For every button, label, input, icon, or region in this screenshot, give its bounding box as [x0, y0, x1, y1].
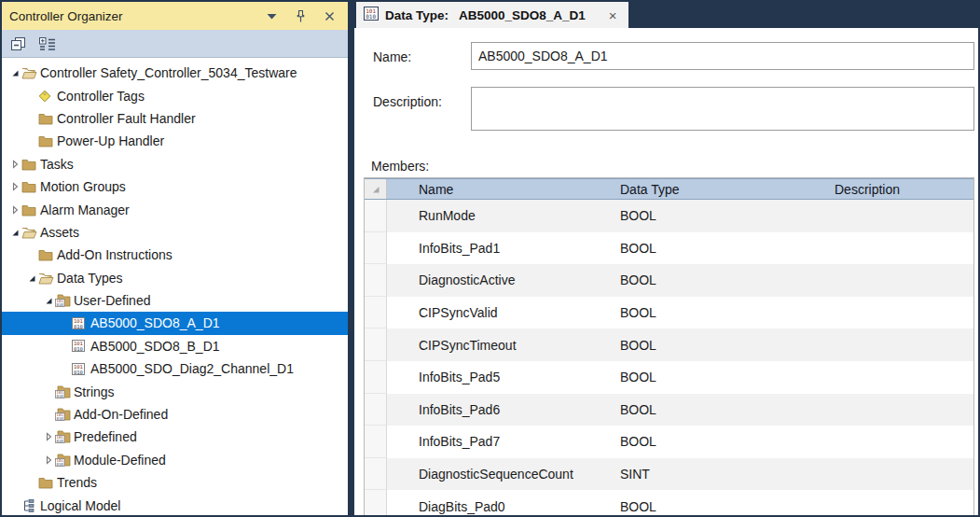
tree-item[interactable]: Controller Safety_Controller_5034_Testwa…: [2, 62, 348, 84]
tree-item[interactable]: 101010Module-Defined: [2, 449, 348, 471]
row-selector[interactable]: [365, 490, 387, 515]
member-name-cell[interactable]: InfoBits_Pad6: [387, 394, 613, 426]
row-selector[interactable]: [365, 232, 387, 265]
member-name-cell[interactable]: InfoBits_Pad5: [387, 361, 613, 394]
close-icon[interactable]: [322, 8, 337, 23]
table-row[interactable]: InfoBits_Pad6BOOL: [365, 394, 973, 426]
name-input[interactable]: [471, 42, 974, 70]
row-selector[interactable]: [365, 328, 387, 361]
collapse-all-icon[interactable]: [8, 34, 29, 54]
tag-icon: [38, 90, 55, 103]
table-row[interactable]: DiagnosticSequenceCountSINT: [365, 458, 973, 491]
table-row[interactable]: DiagBits_Pad0BOOL: [365, 490, 973, 515]
member-description-cell[interactable]: [827, 232, 973, 265]
table-row[interactable]: InfoBits_Pad7BOOL: [365, 426, 973, 458]
row-selector[interactable]: [365, 458, 387, 491]
expand-arrow-icon[interactable]: [7, 159, 21, 170]
new-component-icon[interactable]: [36, 34, 57, 54]
tree-item[interactable]: Logical Model: [2, 494, 348, 515]
tab-close-icon[interactable]: ×: [609, 8, 617, 22]
member-name-cell[interactable]: DiagnosticActive: [387, 264, 613, 297]
collapse-arrow-icon[interactable]: [7, 227, 21, 238]
member-name-cell[interactable]: DiagBits_Pad0: [387, 490, 613, 515]
tree-item[interactable]: 101010AB5000_SDO_Diag2_Channel_D1: [2, 357, 348, 380]
member-name-cell[interactable]: DiagnosticSequenceCount: [387, 458, 613, 491]
tree-item-label: Add-On-Defined: [72, 407, 168, 422]
expand-arrow-icon[interactable]: [7, 204, 21, 216]
tree-item[interactable]: 101010Predefined: [2, 426, 348, 448]
tab-data-type[interactable]: 101010 Data Type: AB5000_SDO8_A_D1 ×: [356, 2, 628, 28]
row-selector[interactable]: [365, 200, 387, 232]
table-row[interactable]: CIPSyncValidBOOL: [365, 297, 973, 329]
row-selector[interactable]: [365, 426, 387, 458]
tree-item[interactable]: Power-Up Handler: [2, 130, 348, 152]
tree-item[interactable]: 101010AB5000_SDO8_A_D1: [2, 312, 348, 334]
member-data-type-cell[interactable]: BOOL: [613, 394, 827, 426]
column-header-data-type[interactable]: Data Type: [613, 179, 827, 199]
member-data-type-cell[interactable]: BOOL: [613, 200, 827, 232]
pin-icon[interactable]: [293, 8, 308, 23]
column-header-name[interactable]: Name: [387, 179, 613, 199]
tree-item[interactable]: Assets: [2, 221, 348, 244]
table-row[interactable]: InfoBits_Pad1BOOL: [365, 232, 973, 265]
member-description-cell[interactable]: [827, 200, 973, 232]
member-description-cell[interactable]: [827, 297, 973, 329]
collapse-arrow-icon[interactable]: [41, 295, 55, 306]
member-data-type-cell[interactable]: SINT: [613, 458, 827, 491]
member-description-cell[interactable]: [827, 426, 973, 458]
member-description-cell[interactable]: [827, 394, 973, 426]
row-selector[interactable]: [365, 394, 387, 426]
expand-arrow-icon[interactable]: [41, 431, 55, 442]
member-name-cell[interactable]: CIPSyncValid: [387, 297, 613, 329]
svg-text:010: 010: [74, 369, 83, 374]
tree-item[interactable]: Trends: [2, 471, 348, 494]
collapse-arrow-icon[interactable]: [7, 67, 21, 78]
tree-item[interactable]: Motion Groups: [2, 175, 348, 198]
member-description-cell[interactable]: [827, 264, 973, 297]
row-selector[interactable]: [365, 297, 387, 329]
member-name-cell[interactable]: RunMode: [387, 200, 613, 232]
window-position-icon[interactable]: [264, 8, 279, 23]
select-all-corner[interactable]: [365, 179, 387, 199]
tree-item[interactable]: 101010AB5000_SDO8_B_D1: [2, 335, 348, 357]
tree-item[interactable]: Data Types: [2, 267, 348, 289]
panel-titlebar[interactable]: Controller Organizer: [2, 2, 348, 30]
description-input[interactable]: [471, 87, 974, 131]
panel-title: Controller Organizer: [9, 9, 264, 23]
member-data-type-cell[interactable]: BOOL: [613, 490, 827, 515]
members-table-header: Name Data Type Description: [365, 178, 973, 200]
tree-item[interactable]: 101010Add-On-Defined: [2, 403, 348, 426]
member-name-cell[interactable]: CIPSyncTimeout: [387, 328, 613, 361]
tree-item[interactable]: Controller Tags: [2, 84, 348, 106]
expand-arrow-icon[interactable]: [41, 454, 55, 466]
tree-item[interactable]: 101010User-Defined: [2, 289, 348, 312]
tree-item-label: Assets: [38, 225, 79, 240]
member-description-cell[interactable]: [827, 458, 973, 491]
member-data-type-cell[interactable]: BOOL: [613, 264, 827, 297]
member-data-type-cell[interactable]: BOOL: [613, 328, 827, 361]
expand-arrow-icon[interactable]: [7, 181, 21, 192]
tree-item[interactable]: Tasks: [2, 153, 348, 175]
member-data-type-cell[interactable]: BOOL: [613, 232, 827, 265]
table-row[interactable]: CIPSyncTimeoutBOOL: [365, 328, 973, 361]
tree-item[interactable]: Alarm Manager: [2, 198, 348, 220]
table-row[interactable]: InfoBits_Pad5BOOL: [365, 361, 973, 394]
tree-item[interactable]: 101010Strings: [2, 380, 348, 402]
table-row[interactable]: RunModeBOOL: [365, 200, 973, 232]
row-selector[interactable]: [365, 361, 387, 394]
table-row[interactable]: DiagnosticActiveBOOL: [365, 264, 973, 297]
member-data-type-cell[interactable]: BOOL: [613, 361, 827, 394]
member-data-type-cell[interactable]: BOOL: [613, 297, 827, 329]
tree-item[interactable]: Controller Fault Handler: [2, 107, 348, 130]
tree-item[interactable]: Add-On Instructions: [2, 244, 348, 266]
row-selector[interactable]: [365, 264, 387, 297]
column-header-description[interactable]: Description: [827, 179, 973, 199]
member-data-type-cell[interactable]: BOOL: [613, 426, 827, 458]
member-description-cell[interactable]: [827, 490, 973, 515]
member-name-cell[interactable]: InfoBits_Pad1: [387, 232, 613, 265]
member-description-cell[interactable]: [827, 361, 973, 394]
member-description-cell[interactable]: [827, 328, 973, 361]
collapse-arrow-icon[interactable]: [24, 272, 38, 284]
udt-icon: 101010: [72, 340, 89, 352]
member-name-cell[interactable]: InfoBits_Pad7: [387, 426, 613, 458]
